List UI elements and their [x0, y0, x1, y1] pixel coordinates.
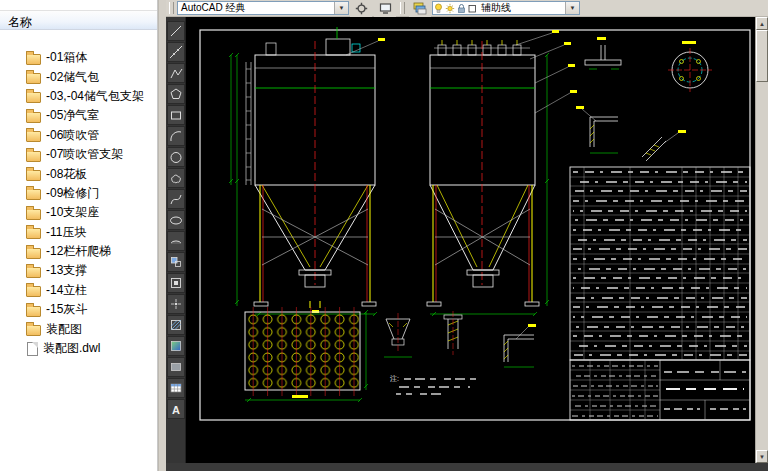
- file-name: -10支架座: [46, 204, 99, 221]
- polygon-icon: [169, 87, 183, 101]
- file-explorer-panel: 名称 -01箱体 -02储气包 -03,-04储气包支架 -05净气室 -06喷…: [0, 0, 158, 471]
- scroll-up-button[interactable]: ▲: [756, 17, 768, 30]
- my-workspace-button[interactable]: [374, 0, 396, 17]
- gradient-tool-button[interactable]: [167, 336, 185, 356]
- file-item[interactable]: -14立柱: [0, 281, 157, 300]
- make-block-icon: [169, 276, 183, 290]
- circle-tool-button[interactable]: [167, 147, 185, 167]
- file-item[interactable]: -08花板: [0, 164, 157, 183]
- file-item[interactable]: -02储气包: [0, 67, 157, 86]
- file-item[interactable]: -12栏杆爬梯: [0, 242, 157, 261]
- file-name: -12栏杆爬梯: [46, 243, 111, 260]
- insert-block-tool-button[interactable]: [167, 252, 185, 272]
- file-item[interactable]: -09检修门: [0, 184, 157, 203]
- file-item[interactable]: -06喷吹管: [0, 126, 157, 145]
- chevron-down-icon[interactable]: ▼: [565, 2, 579, 14]
- svg-text:A: A: [172, 404, 180, 416]
- folder-icon: [26, 167, 41, 181]
- file-item[interactable]: -15灰斗: [0, 300, 157, 319]
- file-item[interactable]: -07喷吹管支架: [0, 145, 157, 164]
- file-name: 装配图.dwl: [43, 340, 100, 357]
- chevron-down-icon[interactable]: ▼: [334, 2, 348, 14]
- folder-icon: [26, 264, 41, 278]
- lock-icon: [457, 3, 466, 14]
- region-tool-button[interactable]: [167, 357, 185, 377]
- insert-block-icon: [169, 255, 183, 269]
- toolbar-grip[interactable]: [400, 2, 405, 14]
- file-icon: [26, 342, 38, 356]
- bom-table: [570, 167, 750, 360]
- file-name: -07喷吹管支架: [46, 146, 123, 163]
- multiline-text-icon: A: [169, 402, 183, 416]
- line-icon: [169, 24, 183, 38]
- explorer-scrollbar[interactable]: [158, 0, 166, 471]
- folder-icon: [26, 109, 41, 123]
- notes: 注:: [390, 374, 476, 394]
- app-window: 名称 -01箱体 -02储气包 -03,-04储气包支架 -05净气室 -06喷…: [0, 0, 768, 471]
- file-item[interactable]: -10支架座: [0, 203, 157, 222]
- gradient-icon: [169, 339, 183, 353]
- polygon-tool-button[interactable]: [167, 84, 185, 104]
- spline-tool-button[interactable]: [167, 189, 185, 209]
- file-name: -15灰斗: [46, 301, 87, 318]
- multiline-text-tool-button[interactable]: A: [167, 399, 185, 419]
- layer-combobox[interactable]: 辅助线 ▼: [432, 1, 580, 15]
- make-block-tool-button[interactable]: [167, 273, 185, 293]
- workspace-value: AutoCAD 经典: [178, 1, 334, 15]
- arc-tool-button[interactable]: [167, 126, 185, 146]
- file-item[interactable]: -13支撑: [0, 261, 157, 280]
- line-tool-button[interactable]: [167, 21, 185, 41]
- folder-icon: [26, 89, 41, 103]
- rectangle-icon: [169, 108, 183, 122]
- file-name: -11压块: [46, 224, 86, 241]
- scroll-thumb[interactable]: [756, 30, 768, 82]
- file-name: -01箱体: [46, 49, 87, 66]
- folder-icon: [26, 148, 41, 162]
- ellipse-arc-tool-button[interactable]: [167, 231, 185, 251]
- file-item[interactable]: -11压块: [0, 223, 157, 242]
- layer-color-swatch-icon: [468, 3, 477, 14]
- point-tool-button[interactable]: [167, 294, 185, 314]
- table-icon: [169, 381, 183, 395]
- file-item[interactable]: 装配图.dwl: [0, 339, 157, 358]
- spline-icon: [169, 192, 183, 206]
- window-bottom-edge: [166, 463, 768, 471]
- ellipse-tool-button[interactable]: [167, 210, 185, 230]
- folder-icon: [26, 206, 41, 220]
- workspace-settings-button[interactable]: [350, 0, 372, 17]
- scroll-down-button[interactable]: ▼: [756, 450, 768, 463]
- hatch-icon: [169, 318, 183, 332]
- side-elevation-view: [427, 30, 577, 316]
- toolbar-grip[interactable]: [169, 2, 174, 14]
- polyline-icon: [169, 66, 183, 80]
- polyline-tool-button[interactable]: [167, 63, 185, 83]
- revision-cloud-tool-button[interactable]: [167, 168, 185, 188]
- file-item[interactable]: -01箱体: [0, 48, 157, 67]
- workspace-combobox[interactable]: AutoCAD 经典 ▼: [177, 1, 349, 15]
- file-name: -08花板: [46, 166, 87, 183]
- rectangle-tool-button[interactable]: [167, 105, 185, 125]
- region-icon: [169, 360, 183, 374]
- drawing-note-label: 注:: [390, 374, 399, 382]
- table-tool-button[interactable]: [167, 378, 185, 398]
- vertical-scrollbar[interactable]: ▲ ▼: [755, 17, 768, 463]
- ellipse-arc-icon: [169, 234, 183, 248]
- cad-drawing: 注:: [186, 17, 755, 463]
- construction-line-tool-button[interactable]: [167, 42, 185, 62]
- file-item[interactable]: -03,-04储气包支架: [0, 87, 157, 106]
- file-name: 装配图: [46, 321, 82, 338]
- file-item[interactable]: 装配图: [0, 319, 157, 338]
- name-column-header[interactable]: 名称: [0, 10, 157, 30]
- arc-icon: [169, 129, 183, 143]
- file-name: -09检修门: [46, 185, 99, 202]
- revision-cloud-icon: [169, 171, 183, 185]
- folder-icon: [26, 128, 41, 142]
- folder-icon: [26, 51, 41, 65]
- drawing-canvas[interactable]: 注:: [186, 17, 755, 463]
- layer-properties-button[interactable]: [409, 0, 431, 17]
- hatch-tool-button[interactable]: [167, 315, 185, 335]
- point-icon: [169, 297, 183, 311]
- folder-icon: [26, 245, 41, 259]
- front-elevation-view: [229, 27, 385, 316]
- file-item[interactable]: -05净气室: [0, 106, 157, 125]
